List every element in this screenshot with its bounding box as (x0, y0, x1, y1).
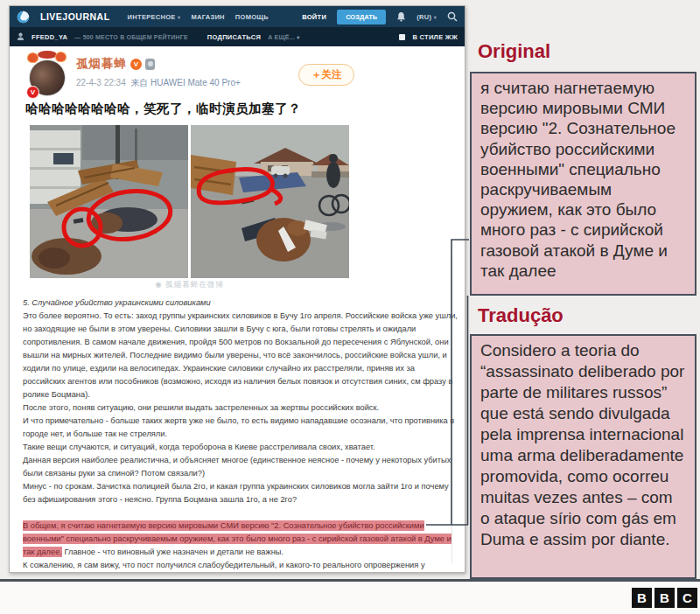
post-paragraph: К сожалению, я сам вижу, что пост получи… (23, 559, 459, 572)
weibo-avatar[interactable]: V (27, 54, 68, 98)
original-text-box: я считаю нагнетаемую версию мировыми СМИ… (470, 72, 696, 296)
post-paragraph: Это более вероятно. То есть: заход групп… (23, 310, 459, 401)
weibo-vip-icon: V (130, 59, 142, 70)
original-label: Original (478, 40, 550, 63)
post-section-heading: 5. Случайное убийство украинскими силови… (23, 297, 459, 310)
post-timestamp: 22-4-3 22:34 (76, 78, 126, 87)
create-account-button[interactable]: СОЗДАТЬ (337, 10, 386, 24)
weibo-username[interactable]: 孤烟暮蝉 (76, 56, 127, 72)
chevron-down-icon: ▾ (297, 35, 299, 40)
post-paragraph: И что примечательно - больше таких жертв… (23, 415, 459, 441)
bbc-logo: B B C (632, 588, 697, 608)
language-selector[interactable]: (RU) ▾ (416, 13, 437, 21)
post-source[interactable]: 来自 HUAWEI Mate 40 Pro+ (130, 78, 241, 87)
bbc-logo-letter: B (654, 588, 675, 608)
subscribe-button[interactable]: ПОДПИСАТЬСЯ (207, 33, 261, 41)
bell-icon[interactable] (396, 11, 406, 22)
post-photos (30, 125, 349, 278)
livejournal-screenshot: LIVEJOURNAL ИНТЕРЕСНОЕ ▾ МАГАЗИН ПОМОЩЬ … (9, 5, 466, 573)
lj-style-toggle[interactable]: В СТИЛЕ ЖЖ (412, 33, 458, 41)
traducao-text-box: Considero a teoria do “assassinato delib… (470, 334, 696, 579)
login-button[interactable]: ВОЙТИ (302, 13, 326, 21)
bbc-logo-letter: C (677, 588, 697, 608)
weibo-watermark: ◉ 孤烟暮蝉在微博 (30, 280, 349, 290)
medal-icon (145, 59, 155, 70)
more-menu[interactable]: А ЕЩЁ... ▾ (268, 34, 299, 40)
post-paragraph: Данная версия наиболее реалистична, и об… (23, 454, 459, 480)
nav-interesting[interactable]: ИНТЕРЕСНОЕ ▾ (128, 13, 181, 21)
user-icon (17, 32, 24, 41)
post-content-area: V 孤烟暮蝉 V 22-4-3 22:34 来自 HUAWEI Mate 40 … (10, 46, 465, 572)
post-paragraph-highlighted: В общем, я считаю нагнетаемую версию мир… (23, 520, 459, 559)
nav-shop[interactable]: МАГАЗИН (191, 13, 224, 21)
livejournal-top-navbar: LIVEJOURNAL ИНТЕРЕСНОЕ ▾ МАГАЗИН ПОМОЩЬ … (10, 6, 465, 27)
avatar-ornament (55, 52, 66, 62)
avatar-ornament (38, 51, 57, 59)
bucha-photo-left[interactable] (30, 125, 188, 278)
footer-area (0, 582, 700, 614)
profile-rank: — 500 МЕСТО В ОБЩЕМ РЕЙТИНГЕ (74, 34, 187, 40)
verified-badge-icon: V (26, 86, 39, 99)
after-highlight-text: Главное - что виновный уже назначен и де… (62, 548, 284, 556)
bbc-logo-letter: B (632, 588, 652, 608)
search-icon[interactable] (447, 11, 458, 22)
nav-help[interactable]: ПОМОЩЬ (235, 13, 269, 21)
follow-button[interactable]: ＋关注 (298, 64, 354, 86)
bottom-divider (0, 579, 700, 582)
weibo-post-title: 哈哈哈哈哈哈哈哈，笑死了，临时演员加塞了？ (25, 101, 301, 117)
post-body-text: 5. Случайное убийство украинскими силови… (23, 297, 459, 572)
post-paragraph: Минус - по срокам. Зачистка полицией был… (23, 480, 459, 506)
bucha-photo-right[interactable] (191, 125, 349, 278)
livejournal-logo-icon (17, 10, 30, 24)
profile-username[interactable]: FFEDD_YA (32, 33, 67, 41)
weibo-post-meta: 22-4-3 22:34 来自 HUAWEI Mate 40 Pro+ (76, 77, 241, 89)
traducao-label: Tradução (478, 304, 564, 327)
chevron-down-icon: ▾ (434, 15, 437, 20)
post-paragraph: После этого, поняв ситуацию, они решили … (23, 401, 459, 415)
livejournal-brand: LIVEJOURNAL (40, 11, 110, 22)
post-paragraph: Такие вещи случаются, и ситуаций, когда … (23, 441, 459, 454)
style-checkbox-icon[interactable] (399, 34, 405, 40)
livejournal-profile-bar: FFEDD_YA — 500 МЕСТО В ОБЩЕМ РЕЙТИНГЕ ПО… (10, 27, 465, 46)
chevron-down-icon: ▾ (178, 15, 180, 20)
